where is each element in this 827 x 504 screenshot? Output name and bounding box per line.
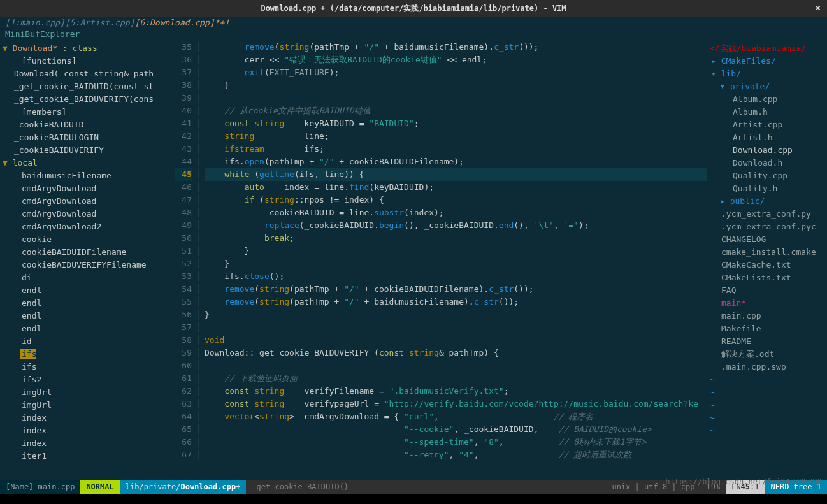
code-line[interactable]: _cookieBAIDUID = line.substr(index); bbox=[205, 206, 707, 219]
tag-variable[interactable]: endl bbox=[3, 284, 173, 297]
code-line[interactable]: } bbox=[205, 79, 707, 92]
tree-file[interactable]: .main.cpp.swp bbox=[710, 361, 824, 373]
tag-variable[interactable]: index bbox=[3, 412, 173, 424]
tree-root[interactable]: </实践/biabiamiamia/ bbox=[710, 42, 824, 55]
code-area[interactable]: remove(string(pathTmp + "/" + baidumusic… bbox=[205, 41, 707, 480]
tag-variable[interactable]: cmdArgvDownload bbox=[3, 208, 173, 220]
tag-variable[interactable]: imgUrl bbox=[3, 386, 173, 399]
tree-file[interactable]: FAQ bbox=[710, 284, 824, 297]
tag-variable[interactable]: cookie bbox=[3, 233, 173, 246]
code-line[interactable]: const string keyBAIDUID = "BAIDUID"; bbox=[205, 117, 707, 130]
tab-download[interactable]: [6:Download.cpp]*+! bbox=[135, 18, 230, 27]
tree-file[interactable]: .ycm_extra_conf.py bbox=[710, 208, 824, 220]
code-line[interactable]: } bbox=[205, 257, 707, 270]
tree-file[interactable]: Artist.cpp bbox=[710, 119, 824, 131]
tree-file[interactable]: Download.cpp bbox=[710, 144, 824, 157]
section-functions[interactable]: [functions] bbox=[3, 55, 173, 68]
code-line[interactable]: "--cookie", _cookieBAIDUID, // BAIDUID的c… bbox=[205, 423, 707, 436]
tree-file[interactable]: CHANGELOG bbox=[710, 233, 824, 246]
status-bufname: [Name] main.cpp bbox=[0, 480, 80, 494]
tagbar-panel[interactable]: ▼ Download* : class [functions] Download… bbox=[0, 41, 175, 480]
code-line[interactable]: remove(string(pathTmp + "/" + baidumusic… bbox=[205, 296, 707, 308]
tab-main[interactable]: [1:main.cpp] bbox=[5, 18, 65, 27]
tree-file[interactable]: Artist.h bbox=[710, 131, 824, 144]
code-line[interactable]: void bbox=[205, 334, 707, 347]
tag-variable[interactable]: index bbox=[3, 424, 173, 437]
tag-variable[interactable]: ifs bbox=[20, 349, 36, 359]
tree-dir: ▸ CMakeFiles/ bbox=[710, 55, 824, 68]
tag-variable[interactable]: imgUrl bbox=[3, 399, 173, 412]
section-local[interactable]: local bbox=[13, 158, 38, 168]
tree-file[interactable]: Album.cpp bbox=[710, 93, 824, 106]
fold-icon[interactable]: ▼ bbox=[3, 43, 13, 53]
code-line[interactable]: } bbox=[205, 245, 707, 257]
code-line[interactable]: // 下载验证码页面 bbox=[205, 372, 707, 385]
status-mode: NORMAL bbox=[80, 480, 119, 494]
nerdtree-panel[interactable]: </实践/biabiamiamia/ ▸ CMakeFiles/ ▾ lib/ … bbox=[707, 41, 827, 480]
code-line[interactable] bbox=[205, 321, 707, 334]
section-members[interactable]: [members] bbox=[3, 106, 173, 119]
code-line[interactable]: } bbox=[205, 308, 707, 321]
tree-file[interactable]: cmake_install.cmake bbox=[710, 246, 824, 259]
tag-member: _cookieBAIDUID bbox=[3, 119, 173, 131]
class-name[interactable]: Download* bbox=[13, 43, 57, 53]
code-line[interactable]: ifs.close(); bbox=[205, 270, 707, 283]
tag-variable[interactable]: endl bbox=[3, 310, 173, 322]
tag-variable[interactable]: iter1 bbox=[3, 450, 173, 463]
tag-variable[interactable]: ifs2 bbox=[3, 373, 173, 386]
code-line[interactable]: "--retry", "4", // 超时后重试次数 bbox=[205, 449, 707, 461]
code-line[interactable]: remove(string(pathTmp + "/" + baidumusic… bbox=[205, 41, 707, 54]
tag-variable[interactable]: cmdArgvDownload2 bbox=[3, 220, 173, 233]
tree-file[interactable]: Quality.cpp bbox=[710, 169, 824, 182]
close-icon[interactable]: × bbox=[816, 3, 821, 13]
tree-file[interactable]: main* bbox=[710, 297, 824, 310]
tilde-line: ~ bbox=[710, 386, 824, 399]
code-line[interactable]: vector<string> cmdArgvDownload = { "curl… bbox=[205, 410, 707, 423]
code-line[interactable]: ifs.open(pathTmp + "/" + cookieBAIDUIDFi… bbox=[205, 155, 707, 168]
code-line[interactable] bbox=[205, 92, 707, 104]
tree-file[interactable]: 解决方案.odt bbox=[710, 348, 824, 361]
tag-variable[interactable]: cookieBAIDUVERIFYFilename bbox=[3, 259, 173, 271]
code-line[interactable]: const string verifyFilename = ".baidumus… bbox=[205, 385, 707, 398]
code-line[interactable]: "--speed-time", "8", // 8秒内未下载1字节> bbox=[205, 436, 707, 449]
code-line[interactable]: const string verifypageUrl = "http://ver… bbox=[205, 398, 707, 410]
code-line[interactable]: string line; bbox=[205, 130, 707, 143]
tree-file[interactable]: CMakeLists.txt bbox=[710, 271, 824, 284]
tree-file[interactable]: Makefile bbox=[710, 322, 824, 335]
tree-file[interactable]: Download.h bbox=[710, 157, 824, 169]
tree-file[interactable]: README bbox=[710, 335, 824, 348]
tag-variable[interactable]: cmdArgvDownload bbox=[3, 182, 173, 195]
tag-variable[interactable]: ifs bbox=[3, 361, 173, 373]
tag-variable[interactable]: cookieBAIDUIDFilename bbox=[3, 246, 173, 259]
tag-variable[interactable]: id bbox=[3, 335, 173, 348]
fold-icon[interactable]: ▼ bbox=[3, 158, 13, 168]
tree-file[interactable]: Album.h bbox=[710, 106, 824, 119]
code-line[interactable]: remove(string(pathTmp + "/" + cookieBAID… bbox=[205, 283, 707, 296]
tag-variable[interactable]: endl bbox=[3, 297, 173, 310]
tilde-line: ~ bbox=[710, 424, 824, 437]
code-line[interactable]: if (string::npos != index) { bbox=[205, 194, 707, 206]
code-line[interactable]: replace(_cookieBAIDUID.begin(), _cookieB… bbox=[205, 219, 707, 232]
code-line[interactable]: ifstream ifs; bbox=[205, 143, 707, 155]
tab-artist[interactable]: [5:Artist.cpp] bbox=[65, 18, 135, 27]
code-line[interactable]: // 从cookie文件中提取BAIDUID键值 bbox=[205, 104, 707, 117]
code-line[interactable] bbox=[205, 359, 707, 372]
tree-dir: ▾ lib/ bbox=[710, 68, 824, 80]
code-line[interactable]: break; bbox=[205, 232, 707, 245]
tag-variable[interactable]: endl bbox=[3, 322, 173, 335]
tag-variable[interactable]: di bbox=[3, 271, 173, 284]
tag-variable[interactable]: baidumusicFilename bbox=[3, 169, 173, 182]
code-line[interactable]: auto index = line.find(keyBAIDUID); bbox=[205, 181, 707, 194]
code-line[interactable]: exit(EXIT_FAILURE); bbox=[205, 66, 707, 79]
tree-file[interactable]: main.cpp bbox=[710, 310, 824, 322]
tree-file[interactable]: CMakeCache.txt bbox=[710, 259, 824, 271]
code-editor[interactable]: 3536373839404142434445464748495051525354… bbox=[175, 41, 707, 480]
tree-file[interactable]: Quality.h bbox=[710, 182, 824, 195]
tag-variable[interactable]: index bbox=[3, 437, 173, 450]
tag-variable[interactable]: cmdArgvDownload bbox=[3, 195, 173, 208]
code-line[interactable]: Download::_get_cookie_BAIDUVERIFY (const… bbox=[205, 347, 707, 359]
code-line[interactable]: cerr << "错误：无法获取BAIDUID的cookie键值" << end… bbox=[205, 54, 707, 66]
tree-file[interactable]: .ycm_extra_conf.pyc bbox=[710, 220, 824, 233]
code-line[interactable]: while (getline(ifs, line)) { bbox=[205, 168, 707, 181]
minibuf-explorer: MiniBufExplorer bbox=[0, 29, 827, 41]
